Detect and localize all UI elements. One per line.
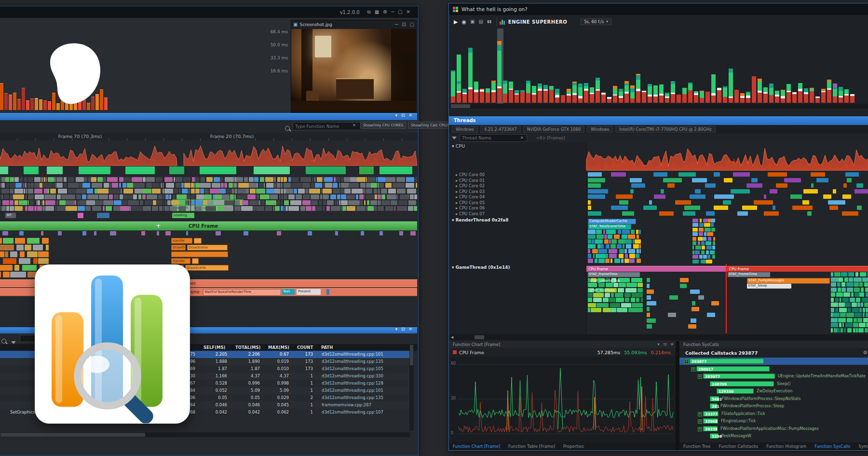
core-event-block[interactable] [842, 194, 851, 199]
timeline-event-block[interactable] [109, 183, 111, 188]
render-event-block[interactable] [704, 223, 711, 227]
render-event-block[interactable] [692, 250, 694, 254]
game-event-block[interactable] [647, 307, 650, 311]
callstack-row[interactable]: 248709Sleep() [679, 380, 868, 387]
callstack-row[interactable]: +32968FEngineLoop::Tick [679, 417, 868, 425]
frame-bar-stack[interactable] [653, 85, 658, 103]
timeline-event-block[interactable] [26, 183, 30, 188]
render-event-block[interactable] [637, 259, 641, 263]
draw-event-block[interactable]: DrawScene [187, 245, 228, 250]
game-event-block[interactable] [854, 277, 858, 282]
fiber-event-block[interactable] [410, 231, 415, 235]
timeline-event-block[interactable] [24, 189, 25, 193]
render-event-block[interactable] [628, 249, 635, 253]
gpu-activity-block[interactable] [169, 166, 184, 174]
timeline-event-block[interactable] [10, 189, 14, 193]
render-event-block[interactable] [708, 219, 710, 222]
core-event-block[interactable] [737, 211, 748, 216]
timeline-event-block[interactable] [173, 194, 176, 199]
timeline-event-block[interactable] [408, 200, 416, 205]
timeline-event-block[interactable] [394, 206, 395, 211]
timeline-event-block[interactable] [385, 177, 395, 182]
core-event-block[interactable] [847, 178, 852, 182]
chart-close-icon[interactable]: ✕ [670, 343, 674, 346]
timeline-event-block[interactable] [42, 206, 45, 211]
timeline-event-block[interactable] [122, 200, 127, 205]
frame-bar-stack[interactable] [821, 89, 826, 103]
gpu-activity-block[interactable] [380, 166, 412, 174]
timeline-event-block[interactable] [298, 189, 305, 193]
cpu-frame-bar[interactable]: + CPU Frame [0, 221, 417, 231]
timeline-event-block[interactable] [42, 200, 44, 205]
timeline-event-block[interactable] [204, 189, 209, 193]
timeline-event-block[interactable] [27, 194, 34, 199]
fiber-event-block[interactable] [41, 231, 43, 235]
frame-bar-stack[interactable] [850, 94, 854, 103]
game-event-block[interactable] [861, 303, 863, 307]
render-event-block[interactable] [606, 244, 610, 249]
fiber-event-block[interactable] [186, 231, 188, 235]
worker-event-block[interactable] [5, 251, 9, 257]
render-event-block[interactable] [605, 259, 610, 263]
game-event-block[interactable] [619, 283, 626, 287]
timeline-event-block[interactable] [179, 200, 185, 205]
core-event-block[interactable] [692, 178, 707, 182]
timeline-event-block[interactable] [82, 183, 91, 188]
timeline-event-block[interactable] [396, 194, 398, 199]
game-event-block[interactable] [593, 298, 602, 302]
game-event-block[interactable] [588, 293, 593, 297]
timeline-event-block[interactable] [291, 183, 302, 188]
timeline-event-block[interactable] [323, 183, 325, 188]
timeline-event-block[interactable] [140, 200, 143, 205]
timeline-event-block[interactable] [229, 183, 233, 188]
render-event-block[interactable] [695, 250, 700, 254]
timeline-event-block[interactable] [288, 177, 291, 182]
timeline-event-block[interactable] [142, 189, 151, 193]
timeline-event-block[interactable] [363, 189, 372, 193]
render-event-block[interactable] [624, 249, 626, 253]
core-event-block[interactable] [764, 194, 766, 199]
timeline-event-block[interactable] [127, 183, 133, 188]
save-icon[interactable]: ▤ [479, 19, 483, 24]
timeline-event-block[interactable] [87, 189, 93, 193]
timeline-event-block[interactable] [99, 194, 108, 199]
game-event-block[interactable] [637, 288, 643, 292]
game-event-block[interactable] [857, 303, 860, 307]
frame-bar-stack[interactable] [451, 70, 455, 103]
game-event-block[interactable] [831, 272, 833, 276]
fiber-event-block[interactable] [19, 231, 24, 235]
callstack-row[interactable]: +29238FWindowsPlatformApplicationMisc::P… [679, 425, 868, 432]
loading-block[interactable]: Loading [172, 213, 194, 218]
core-event-block[interactable] [816, 178, 828, 182]
core-event-block[interactable] [630, 189, 634, 193]
core-event-block[interactable] [649, 200, 652, 205]
timeline-event-block[interactable] [48, 189, 49, 193]
game-event-block[interactable] [611, 293, 614, 297]
timeline-event-block[interactable] [68, 183, 78, 188]
table-horizontal-scrollbar[interactable] [0, 432, 410, 437]
game-event-block[interactable] [847, 288, 853, 292]
frame-bar-stack[interactable] [578, 83, 583, 103]
frame-bar-stack[interactable] [462, 89, 467, 103]
timeline-event-block[interactable] [247, 194, 256, 199]
game-event-block[interactable] [858, 277, 862, 282]
fps-dropdown[interactable]: 5s, 60 f./s ▾ [581, 18, 611, 25]
timeline-event-block[interactable] [335, 200, 337, 205]
chart-panel-tab[interactable]: Function Chart [Frame] [449, 443, 504, 450]
core-event-block[interactable] [643, 206, 657, 210]
timeline-event-block[interactable] [196, 194, 204, 199]
game-event-block[interactable] [833, 313, 840, 317]
frame-bar-stack[interactable] [607, 97, 611, 103]
game-thread-label[interactable]: ▾ GameThread (0x1e14) [452, 265, 510, 270]
timeline-event-block[interactable] [379, 183, 384, 188]
timeline-event-block[interactable] [224, 200, 235, 205]
render-event-block[interactable] [595, 259, 597, 263]
core-event-block[interactable] [684, 206, 700, 210]
game-event-block[interactable] [631, 298, 635, 302]
frame-bar-stack[interactable] [792, 92, 797, 103]
timeline-event-block[interactable] [217, 206, 223, 211]
timeline-event-block[interactable] [202, 206, 204, 211]
present-block[interactable]: Present [297, 289, 321, 295]
timeline-event-block[interactable] [336, 177, 343, 182]
timeline-event-block[interactable] [58, 189, 67, 193]
